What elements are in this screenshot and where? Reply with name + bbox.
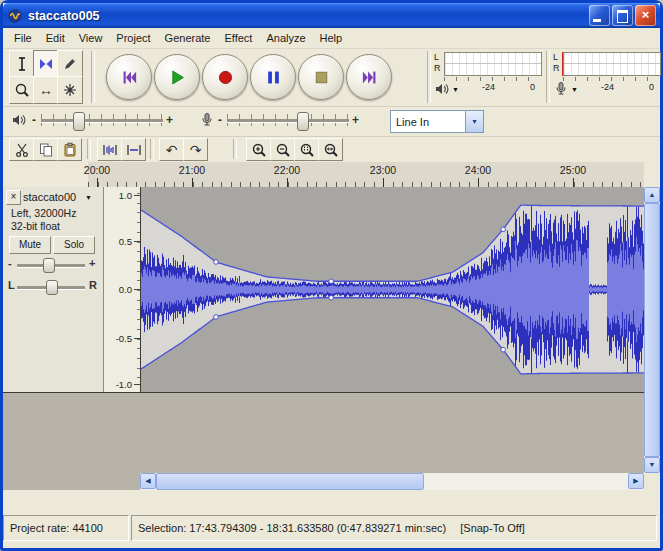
output-volume-thumb[interactable]	[73, 112, 85, 131]
skip-to-start-button[interactable]	[106, 54, 152, 100]
pan-right-label: R	[89, 279, 97, 291]
scroll-up-icon: ▲	[649, 191, 656, 198]
slider-groove	[41, 119, 163, 123]
skip-to-end-button[interactable]	[346, 54, 392, 100]
maximize-button[interactable]	[612, 5, 633, 26]
vertical-scroll-thumb[interactable]	[644, 203, 660, 457]
meter-left-label: L	[434, 52, 439, 62]
zoom-out-icon	[275, 142, 291, 158]
record-button[interactable]	[202, 54, 248, 100]
menu-project[interactable]: Project	[109, 30, 157, 46]
output-volume-slider[interactable]	[41, 111, 163, 131]
title-bar[interactable]: staccato005 ×	[3, 3, 660, 28]
selection-tool-button[interactable]	[9, 50, 35, 78]
input-volume-slider[interactable]	[227, 111, 349, 131]
zoom-out-button[interactable]	[270, 138, 295, 161]
menu-generate[interactable]: Generate	[158, 30, 218, 46]
gain-slider[interactable]	[17, 264, 85, 268]
selection-status-box: Selection: 17:43.794309 - 18:31.633580 (…	[131, 515, 657, 541]
ruler-major-tick	[192, 178, 193, 187]
solo-button[interactable]: Solo	[53, 236, 95, 254]
cut-button[interactable]	[9, 138, 34, 161]
minimize-button[interactable]	[589, 5, 610, 26]
time-label: 20:00	[84, 164, 110, 176]
scroll-left-icon: ◀	[145, 477, 150, 484]
scroll-up-button[interactable]: ▲	[644, 187, 660, 203]
paste-button[interactable]	[57, 138, 82, 161]
track-close-button[interactable]: ×	[6, 190, 21, 205]
undo-button[interactable]: ↶	[159, 138, 184, 161]
output-meter[interactable]: L R -24 0 ▼	[432, 50, 542, 104]
track-name[interactable]: staccato00	[23, 191, 76, 203]
scroll-down-button[interactable]: ▼	[644, 457, 660, 473]
redo-button[interactable]: ↷	[183, 138, 208, 161]
input-source-select[interactable]: Line In ▼	[390, 110, 484, 133]
meter-scale-min: -24	[482, 82, 495, 92]
vruler-label: -0.5	[116, 333, 132, 344]
vertical-scrollbar[interactable]: ▲ ▼	[644, 187, 660, 473]
horizontal-scrollbar-row: ◀ ▶	[3, 473, 660, 490]
time-label: 23:00	[370, 164, 396, 176]
mixer-toolbar: - + - + Line In ▼	[3, 106, 660, 137]
output-meter-bars[interactable]	[444, 52, 542, 76]
empty-track-area[interactable]	[3, 393, 644, 473]
ibeam-icon	[14, 56, 30, 72]
mute-button[interactable]: Mute	[9, 236, 51, 254]
waveform-display[interactable]	[140, 187, 644, 392]
silence-icon	[126, 142, 142, 158]
stop-icon	[312, 68, 331, 87]
fit-project-icon	[323, 142, 339, 158]
meter-tick-scale	[563, 77, 659, 81]
input-meter[interactable]: L R -24 0 ▼	[551, 50, 661, 104]
copy-button[interactable]	[33, 138, 58, 161]
stop-button[interactable]	[298, 54, 344, 100]
input-plus-label: +	[352, 113, 359, 127]
volume-minus-label: -	[32, 113, 36, 127]
fit-selection-icon	[299, 142, 315, 158]
skip-to-end-icon	[360, 68, 379, 87]
trim-outside-selection-button[interactable]	[97, 138, 122, 161]
menu-file[interactable]: File	[7, 30, 39, 46]
window-title: staccato005	[28, 9, 589, 23]
audacity-window: staccato005 × File Edit View Project Gen…	[0, 0, 663, 551]
meter-right-label: R	[434, 63, 441, 73]
draw-tool-button[interactable]	[57, 50, 83, 78]
trim-icon	[102, 142, 118, 158]
fit-project-button[interactable]	[318, 138, 343, 161]
pan-slider[interactable]	[17, 286, 85, 290]
close-button[interactable]: ×	[635, 5, 656, 26]
scroll-left-button[interactable]: ◀	[140, 473, 156, 489]
play-button[interactable]	[154, 54, 200, 100]
menu-edit[interactable]: Edit	[39, 30, 72, 46]
gain-slider-thumb[interactable]	[43, 258, 55, 273]
timeshift-tool-button[interactable]: ↔	[33, 76, 59, 104]
horizontal-scroll-thumb[interactable]	[156, 473, 424, 490]
multi-tool-button[interactable]	[57, 76, 83, 104]
combo-dropdown-button[interactable]: ▼	[465, 111, 483, 132]
envelope-tool-button[interactable]	[33, 50, 59, 78]
horizontal-scrollbar[interactable]: ◀ ▶	[140, 473, 644, 490]
output-meter-dropdown-icon[interactable]: ▼	[452, 86, 459, 93]
pause-button[interactable]	[250, 54, 296, 100]
scroll-right-button[interactable]: ▶	[628, 473, 644, 489]
menu-help[interactable]: Help	[313, 30, 350, 46]
silence-selection-button[interactable]	[121, 138, 146, 161]
track-workspace: × staccato00 ▼ Left, 32000Hz 32-bit floa…	[3, 187, 660, 473]
track-menu-icon[interactable]: ▼	[85, 194, 92, 201]
zoom-tool-button[interactable]	[9, 76, 35, 104]
menu-effect[interactable]: Effect	[217, 30, 259, 46]
input-meter-dropdown-icon[interactable]: ▼	[571, 86, 578, 93]
zoom-in-button[interactable]	[246, 138, 271, 161]
pan-slider-thumb[interactable]	[46, 280, 58, 295]
meter-divider	[564, 63, 660, 64]
fit-selection-button[interactable]	[294, 138, 319, 161]
track-depth-label: 32-bit float	[11, 220, 60, 232]
input-meter-bars[interactable]	[563, 52, 661, 76]
timeline-ruler[interactable]: 20:00 21:00 22:00 23:00 24:00 25:00	[88, 162, 644, 187]
menu-analyze[interactable]: Analyze	[259, 30, 312, 46]
vruler-label: -1.0	[116, 379, 132, 390]
vertical-ruler: 1.0 0.5 0.0 -0.5 -1.0	[104, 187, 140, 392]
menu-view[interactable]: View	[72, 30, 110, 46]
input-volume-thumb[interactable]	[297, 112, 309, 131]
redo-icon: ↷	[190, 143, 202, 157]
